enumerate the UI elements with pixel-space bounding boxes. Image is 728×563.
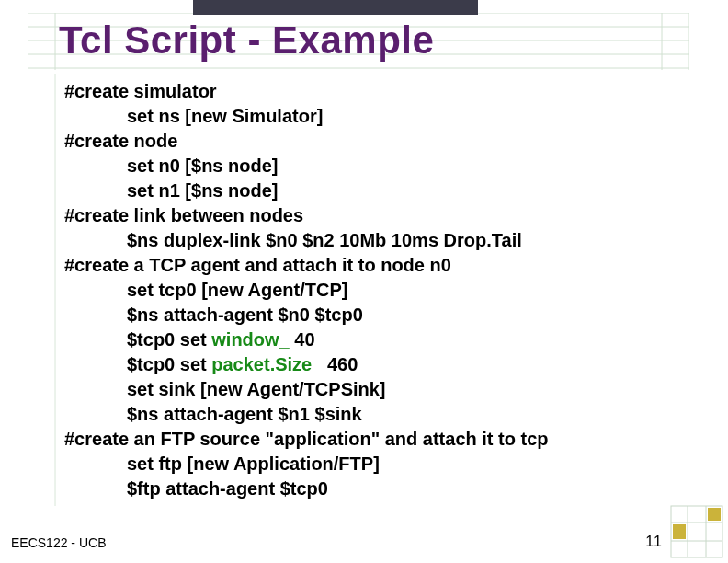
- code-line: #create an FTP source "application" and …: [64, 427, 689, 452]
- code-line: #create simulator: [64, 79, 689, 104]
- code-line: set tcp0 [new Agent/TCP]: [64, 278, 689, 303]
- code-line: set n1 [$ns node]: [64, 178, 689, 203]
- slide-container: Tcl Script - Example #create simulator s…: [0, 0, 728, 563]
- highlight-text: packet.Size_: [211, 354, 322, 374]
- code-line: #create node: [64, 129, 689, 154]
- code-line: $tcp0 set window_ 40: [64, 327, 689, 352]
- code-line: set n0 [$ns node]: [64, 154, 689, 178]
- code-line: set sink [new Agent/TCPSink]: [64, 377, 689, 402]
- footer-course: EECS122 - UCB: [11, 535, 106, 550]
- code-block: #create simulator set ns [new Simulator]…: [64, 79, 689, 501]
- code-text: $tcp0 set: [127, 354, 211, 374]
- code-line: set ns [new Simulator]: [64, 104, 689, 129]
- code-line: set ftp [new Application/FTP]: [64, 452, 689, 477]
- code-text: 460: [322, 354, 358, 374]
- slide-title: Tcl Script - Example: [59, 18, 689, 63]
- code-line: $tcp0 set packet.Size_ 460: [64, 352, 689, 377]
- code-text: 40: [290, 329, 315, 350]
- page-number: 11: [645, 534, 662, 550]
- code-line: $ns duplex-link $n0 $n2 10Mb 10ms Drop.T…: [64, 228, 689, 253]
- code-line: #create link between nodes: [64, 203, 689, 228]
- code-text: $tcp0 set: [127, 329, 211, 350]
- code-line: $ns attach-agent $n0 $tcp0: [64, 303, 689, 327]
- code-line: $ns attach-agent $n1 $sink: [64, 402, 689, 427]
- highlight-text: window_: [211, 329, 289, 350]
- code-line: $ftp attach-agent $tcp0: [64, 477, 689, 501]
- code-line: #create a TCP agent and attach it to nod…: [64, 253, 689, 278]
